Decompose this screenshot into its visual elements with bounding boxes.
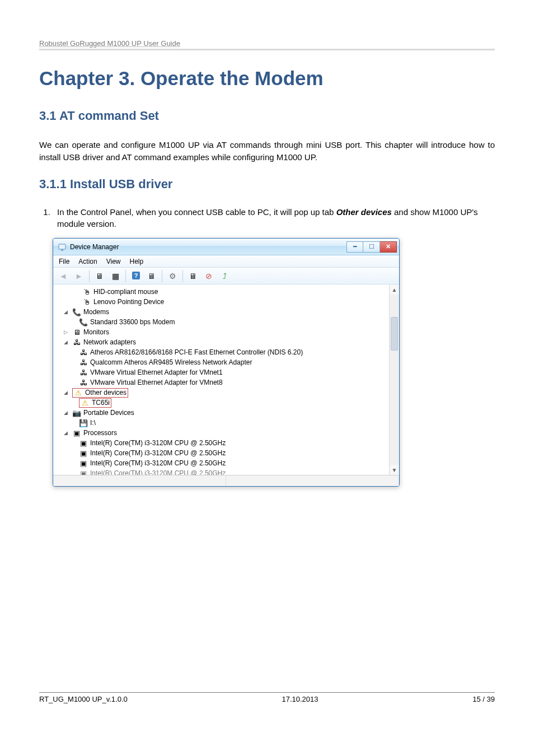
tree-node-modems[interactable]: ◢📞Modems 📞Standard 33600 bps Modem (59, 307, 388, 327)
tree-label: Standard 33600 bps Modem (90, 318, 175, 326)
tree-node-cpu1[interactable]: ▣Intel(R) Core(TM) i3-3120M CPU @ 2.50GH… (79, 438, 388, 448)
menu-action[interactable]: Action (78, 258, 97, 265)
scroll-track[interactable] (390, 295, 399, 465)
collapse-icon[interactable]: ◢ (62, 389, 69, 396)
nic-icon: 🖧 (79, 368, 88, 377)
collapse-icon[interactable]: ◢ (62, 430, 69, 436)
tree-label: Processors (83, 429, 117, 437)
nav-back-button[interactable]: ◄ (57, 269, 70, 283)
cpu-icon: ▣ (79, 438, 88, 447)
tree-node-processors[interactable]: ◢▣Processors ▣Intel(R) Core(TM) i3-3120M… (59, 428, 388, 475)
svg-rect-1 (61, 250, 63, 251)
tree-node-portable[interactable]: ◢📷Portable Devices 💾I:\ (59, 408, 388, 428)
cpu-category-icon: ▣ (72, 428, 81, 437)
chevron-up-icon: ▲ (392, 287, 397, 293)
help-button[interactable]: ? (129, 269, 143, 283)
disable-button[interactable]: ⊘ (202, 269, 216, 283)
tree-label: Lenovo Pointing Device (93, 298, 164, 306)
tree-node-vmnet1[interactable]: 🖧VMware Virtual Ethernet Adapter for VMn… (79, 367, 388, 377)
monitor-icon: 🖥 (72, 328, 81, 337)
footer-left: RT_UG_M1000 UP_v.1.0.0 (39, 695, 128, 703)
tree-label: Qualcomm Atheros AR9485 Wireless Network… (90, 358, 252, 366)
minimize-button[interactable]: ━ (346, 241, 363, 253)
window-title: Device Manager (70, 243, 346, 251)
portable-category-icon: 📷 (72, 408, 81, 417)
tree-node-cpu2[interactable]: ▣Intel(R) Core(TM) i3-3120M CPU @ 2.50GH… (79, 448, 388, 458)
tree-node-tc65i[interactable]: ⚠TC65i (79, 398, 388, 408)
tree-node-cpu3[interactable]: ▣Intel(R) Core(TM) i3-3120M CPU @ 2.50GH… (79, 458, 388, 468)
uninstall-button[interactable]: 🖥 (186, 269, 200, 283)
tree-label: TC65i (92, 399, 110, 407)
network-category-icon: 🖧 (72, 338, 81, 347)
scan-icon: 🖥 (148, 272, 156, 280)
cpu-icon: ▣ (79, 449, 88, 458)
scroll-up-button[interactable]: ▲ (390, 284, 399, 295)
show-hidden-button[interactable]: 🖥 (93, 269, 106, 283)
nav-forward-button[interactable]: ► (72, 269, 86, 283)
step-list: In the Control Panel, when you connect U… (39, 206, 495, 231)
nic-icon: 🖧 (79, 378, 88, 387)
menu-help[interactable]: Help (130, 258, 144, 265)
tree-node-hid[interactable]: ▶▶🖱HID-compliant mouse (59, 287, 388, 297)
step-1: In the Control Panel, when you connect U… (53, 206, 495, 231)
header-text: Robustel GoRugged M1000 UP User Guide (39, 39, 180, 48)
minimize-icon: ━ (353, 243, 357, 250)
running-header: Robustel GoRugged M1000 UP User Guide (39, 39, 495, 50)
tree-node-vmnet8[interactable]: 🖧VMware Virtual Ethernet Adapter for VMn… (79, 377, 388, 388)
section-3-1-1-heading: 3.1.1 Install USB driver (39, 177, 495, 192)
arrow-right-icon: ► (75, 272, 83, 280)
enable-icon: ⤴ (223, 272, 227, 280)
tree-node-cpu4[interactable]: ▣Intel(R) Core(TM) i3-3120M CPU @ 2.50GH… (79, 468, 388, 475)
chevron-down-icon: ▼ (392, 467, 397, 473)
tree-node-lenovo[interactable]: ▶▶🖱Lenovo Pointing Device (59, 297, 388, 307)
tree-label: Atheros AR8162/8166/8168 PCI-E Fast Ethe… (90, 348, 303, 356)
svg-text:?: ? (134, 272, 138, 279)
status-bar (53, 475, 399, 486)
close-button[interactable]: ✕ (380, 241, 397, 253)
maximize-button[interactable]: ☐ (363, 241, 380, 253)
toolbar-separator-4 (182, 270, 183, 282)
modem-category-icon: 📞 (72, 307, 81, 316)
uninstall-icon: 🖥 (189, 272, 197, 280)
properties-button[interactable]: ▦ (109, 269, 122, 283)
menu-file[interactable]: File (59, 258, 69, 265)
tree-label: Intel(R) Core(TM) i3-3120M CPU @ 2.50GHz (90, 439, 226, 447)
device-tree[interactable]: ▶▶🖱HID-compliant mouse ▶▶🖱Lenovo Pointin… (53, 284, 389, 475)
collapse-icon[interactable]: ◢ (62, 339, 69, 346)
titlebar[interactable]: Device Manager ━ ☐ ✕ (53, 239, 399, 255)
section-3-1-paragraph: We can operate and configure M1000 UP vi… (39, 139, 495, 164)
vertical-scrollbar[interactable]: ▲ ▼ (389, 284, 399, 475)
tree-node-monitors[interactable]: ▷🖥Monitors (59, 327, 388, 337)
nic-icon: 🖧 (79, 348, 88, 357)
scan-button[interactable]: 🖥 (145, 269, 158, 283)
tree-label: HID-compliant mouse (93, 288, 158, 296)
tree-label: Other devices (85, 389, 127, 396)
status-cell-1 (53, 475, 226, 486)
menu-view[interactable]: View (106, 258, 121, 265)
nic-icon: 🖧 (79, 358, 88, 367)
highlight-other-devices: ⚠Other devices (72, 388, 128, 398)
update-driver-button[interactable]: ⚙ (166, 269, 179, 283)
modem-icon: 📞 (79, 318, 88, 326)
highlight-tc65i: ⚠TC65i (79, 398, 111, 408)
device-manager-window: Device Manager ━ ☐ ✕ File Action View He… (53, 238, 400, 487)
footer-center: 17.10.2013 (282, 695, 318, 703)
tree-node-idrive[interactable]: 💾I:\ (79, 418, 388, 428)
expand-icon[interactable]: ▷ (62, 329, 69, 335)
collapse-icon[interactable]: ◢ (62, 309, 69, 315)
scroll-thumb[interactable] (391, 317, 398, 351)
collapse-icon[interactable]: ◢ (62, 409, 69, 416)
tree-node-qualcomm[interactable]: 🖧Qualcomm Atheros AR9485 Wireless Networ… (79, 357, 388, 367)
tree-label: Monitors (83, 328, 109, 336)
tree-label: Intel(R) Core(TM) i3-3120M CPU @ 2.50GHz (90, 469, 226, 475)
tree-node-network[interactable]: ◢🖧Network adapters 🖧Atheros AR8162/8166/… (59, 337, 388, 388)
scroll-down-button[interactable]: ▼ (390, 465, 399, 475)
enable-button[interactable]: ⤴ (218, 269, 231, 283)
status-cell-2 (226, 475, 399, 486)
tree-node-other-devices[interactable]: ◢ ⚠Other devices ⚠TC65i (59, 388, 388, 408)
tree-node-atheros[interactable]: 🖧Atheros AR8162/8166/8168 PCI-E Fast Eth… (79, 347, 388, 357)
svg-rect-0 (59, 244, 65, 249)
help-icon: ? (132, 271, 140, 281)
tree-label: Intel(R) Core(TM) i3-3120M CPU @ 2.50GHz (90, 449, 226, 457)
tree-node-std33600[interactable]: 📞Standard 33600 bps Modem (79, 317, 388, 327)
